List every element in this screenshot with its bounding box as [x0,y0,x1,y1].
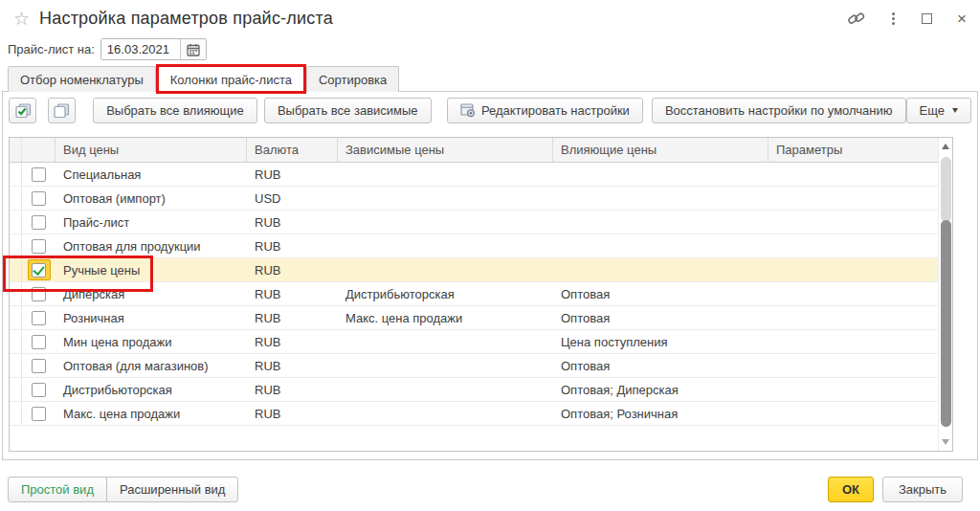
row-checkbox[interactable] [28,164,51,185]
cell-price-type: Оптовая для продукции [56,234,247,257]
check-all-button[interactable] [9,98,36,123]
scrollbar-thumb[interactable] [941,220,951,427]
cell-price-type: Специальная [56,163,247,186]
checkbox-icon [32,311,46,325]
column-header-influencing[interactable]: Влияющие цены [553,138,768,162]
checkbox-icon [32,407,46,421]
simple-view-button[interactable]: Простой вид [8,477,107,502]
maximize-icon[interactable] [922,13,932,24]
table-row[interactable]: Прайс-лист RUB [10,211,952,234]
row-checkbox[interactable] [28,211,51,233]
cell-dependent [338,330,553,353]
scroll-down-icon[interactable] [942,439,949,445]
more-menu-icon[interactable] [890,11,897,27]
tab-columns[interactable]: Колонки прайс-листа [158,66,304,93]
row-checkbox[interactable] [28,188,51,209]
table-row[interactable]: Оптовая для продукции RUB [10,234,952,258]
checkbox-icon [32,383,46,397]
column-header-dependent[interactable]: Зависимые цены [338,138,553,162]
favorite-star-icon[interactable]: ☆ [13,8,30,30]
cell-currency: RUB [247,306,338,329]
tab-content-panel: Выбрать все влияющие Выбрать все зависим… [2,91,978,460]
scroll-up-icon[interactable] [942,144,949,149]
checkbox-icon [32,359,46,373]
edit-settings-button[interactable]: Редактировать настройки [447,98,643,123]
scrollbar-track[interactable] [941,157,951,222]
column-header-price-type[interactable]: Вид цены [56,138,247,162]
column-header-currency[interactable]: Валюта [247,138,338,162]
link-icon[interactable] [847,10,865,28]
cell-influencing: Оптовая [553,282,768,305]
table-row[interactable]: Дистрибьюторская RUB Оптовая; Диперская [10,378,952,402]
row-marker [10,354,22,377]
row-checkbox[interactable] [28,379,51,400]
cell-price-type: Розничная [56,306,247,329]
cell-dependent: Макс. цена продажи [338,306,553,329]
cell-dependent [338,211,553,233]
checkbox-icon [32,167,46,182]
date-input[interactable] [101,39,180,59]
vertical-scrollbar[interactable] [938,138,952,451]
close-button[interactable]: Закрыть [882,477,963,502]
table-row[interactable]: Специальная RUB [10,163,952,187]
view-mode-switch: Простой вид Расширенный вид [8,477,238,502]
row-checkbox[interactable] [28,331,51,352]
row-checkbox[interactable] [28,307,51,328]
table-row[interactable]: Розничная RUB Макс. цена продажи Оптовая [10,306,952,330]
cell-currency: RUB [247,211,338,233]
cell-currency: RUB [247,354,338,377]
select-all-influencing-button[interactable]: Выбрать все влияющие [93,98,257,123]
restore-defaults-button[interactable]: Восстановить настройки по умолчанию [652,98,906,123]
table-row[interactable]: Ручные цены RUB [10,258,952,282]
cell-currency: RUB [247,258,338,281]
checkbox-icon [32,335,46,349]
cell-params [768,258,952,281]
row-marker [10,282,22,305]
row-marker [10,187,22,210]
select-all-dependent-button[interactable]: Выбрать все зависимые [264,98,432,123]
cell-dependent: Дистрибьюторская [338,282,553,305]
date-field-label: Прайс-лист на: [8,42,95,56]
cell-price-type: Оптовая (импорт) [56,187,247,210]
table-row[interactable]: Макс. цена продажи RUB Оптовая; Рознична… [10,402,952,426]
row-marker [10,211,22,233]
cell-dependent [338,234,553,257]
cell-influencing [553,258,768,281]
table-row[interactable]: Диперская RUB Дистрибьюторская Оптовая [10,282,952,306]
date-row: Прайс-лист на: [8,38,207,60]
titlebar: ☆ Настройка параметров прайс-листа × [0,0,980,36]
column-header-params[interactable]: Параметры [768,138,952,162]
uncheck-all-button[interactable] [48,98,76,123]
price-types-table: Вид цены Валюта Зависимые цены Влияющие … [9,137,953,452]
cell-currency: RUB [247,402,338,425]
row-marker [10,402,22,425]
cell-influencing: Оптовая [553,354,768,377]
row-checkbox[interactable] [28,355,51,376]
table-row[interactable]: Оптовая (импорт) USD [10,187,952,211]
settings-gear-icon [460,103,476,118]
table-row[interactable]: Оптовая (для магазинов) RUB Оптовая [10,354,952,378]
cell-dependent [338,378,553,401]
cell-params [768,354,952,377]
cell-dependent [338,163,553,186]
close-icon[interactable]: × [957,11,967,27]
ok-button[interactable]: ОК [828,477,874,502]
cell-dependent [338,187,553,210]
row-marker [10,234,22,257]
chevron-down-icon [952,108,958,113]
date-control [100,38,207,60]
extended-view-button[interactable]: Расширенный вид [106,477,238,502]
table-row[interactable]: Мин цена продажи RUB Цена поступления [10,330,952,354]
tab-sorting[interactable]: Сортировка [306,66,399,92]
row-checkbox[interactable] [28,283,51,304]
row-checkbox[interactable] [28,259,51,280]
cell-currency: RUB [247,234,338,257]
checkbox-icon [32,287,46,301]
row-checkbox[interactable] [28,403,51,424]
calendar-icon[interactable] [180,39,206,59]
row-checkbox[interactable] [28,235,51,256]
more-button[interactable]: Еще [906,98,971,123]
footer: Простой вид Расширенный вид ОК Закрыть [0,475,980,503]
cell-price-type: Мин цена продажи [56,330,247,353]
tab-item-filter[interactable]: Отбор номенклатуры [8,66,156,92]
